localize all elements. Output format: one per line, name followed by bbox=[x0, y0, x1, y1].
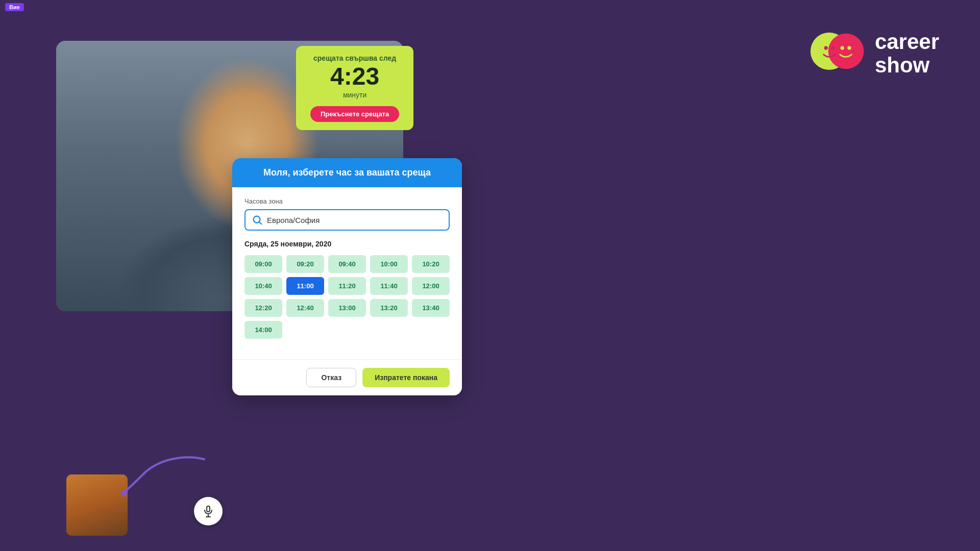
time-slot-1100[interactable]: 11:00 bbox=[286, 277, 324, 295]
logo-line2: show bbox=[875, 54, 939, 77]
search-icon bbox=[252, 214, 263, 226]
timer-label: срещата свършва след bbox=[310, 54, 399, 62]
time-slot-0900[interactable]: 09:00 bbox=[244, 255, 282, 273]
logo-text: career show bbox=[875, 30, 939, 77]
svg-point-7 bbox=[828, 34, 864, 69]
svg-point-8 bbox=[824, 46, 827, 49]
time-slots-grid: 09:0009:2009:4010:0010:2010:4011:0011:20… bbox=[244, 255, 450, 339]
timer-value: 4:23 bbox=[310, 64, 399, 89]
time-slot-0940[interactable]: 09:40 bbox=[328, 255, 366, 273]
time-slot-1140[interactable]: 11:40 bbox=[370, 277, 408, 295]
modal-title: Моля, изберете час за вашата среща bbox=[244, 167, 450, 178]
time-slot-1120[interactable]: 11:20 bbox=[328, 277, 366, 295]
svg-point-10 bbox=[840, 46, 844, 49]
cancel-meeting-button[interactable]: Прекъснете срещата bbox=[310, 106, 399, 122]
send-invite-button[interactable]: Изпратете покана bbox=[362, 368, 450, 387]
time-slot-1400[interactable]: 14:00 bbox=[244, 321, 282, 339]
time-slot-1200[interactable]: 12:00 bbox=[412, 277, 450, 295]
svg-point-11 bbox=[847, 46, 851, 49]
time-slot-1020[interactable]: 10:20 bbox=[412, 255, 450, 273]
timezone-input[interactable] bbox=[267, 216, 443, 224]
time-slot-1320[interactable]: 13:20 bbox=[370, 299, 408, 317]
timer-overlay: срещата свършва след 4:23 минути Прекъсн… bbox=[296, 46, 413, 130]
self-video-label: Вие bbox=[5, 3, 24, 11]
logo-line1: career bbox=[875, 30, 939, 54]
time-slot-1040[interactable]: 10:40 bbox=[244, 277, 282, 295]
mic-button[interactable] bbox=[194, 497, 223, 525]
timezone-input-wrapper bbox=[244, 209, 450, 231]
timezone-label: Часова зона bbox=[244, 197, 450, 205]
time-slot-1300[interactable]: 13:00 bbox=[328, 299, 366, 317]
svg-point-9 bbox=[831, 46, 835, 49]
time-slot-1000[interactable]: 10:00 bbox=[370, 255, 408, 273]
modal-footer: Отказ Изпратете покана bbox=[232, 359, 462, 395]
time-slot-1340[interactable]: 13:40 bbox=[412, 299, 450, 317]
mic-icon bbox=[202, 505, 214, 517]
logo-icon bbox=[810, 26, 866, 82]
time-slot-1240[interactable]: 12:40 bbox=[286, 299, 324, 317]
time-picker-modal: Моля, изберете час за вашата среща Часов… bbox=[232, 158, 462, 395]
date-label: Сряда, 25 ноември, 2020 bbox=[244, 240, 450, 248]
cancel-button[interactable]: Отказ bbox=[306, 368, 356, 387]
logo-area: career show bbox=[810, 26, 939, 82]
svg-line-5 bbox=[259, 222, 261, 224]
timer-unit: минути bbox=[310, 91, 399, 99]
svg-marker-3 bbox=[120, 489, 129, 497]
time-slot-0920[interactable]: 09:20 bbox=[286, 255, 324, 273]
time-slot-1220[interactable]: 12:20 bbox=[244, 299, 282, 317]
squiggle-arrow bbox=[117, 449, 219, 500]
modal-header: Моля, изберете час за вашата среща bbox=[232, 158, 462, 187]
modal-body: Часова зона Сряда, 25 ноември, 2020 09:0… bbox=[232, 187, 462, 359]
svg-rect-0 bbox=[207, 506, 210, 512]
